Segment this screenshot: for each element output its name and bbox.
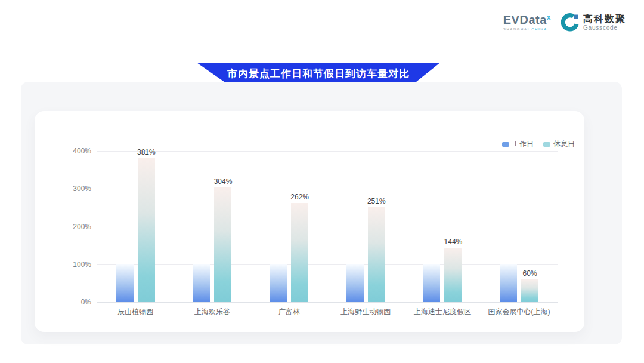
category-label: 辰山植物园 bbox=[117, 307, 153, 317]
category-label: 上海野生动物园 bbox=[340, 307, 391, 317]
value-label: 251% bbox=[367, 197, 386, 205]
value-label: 60% bbox=[523, 269, 537, 278]
gausscode-text: 高科数聚 Gausscode bbox=[583, 14, 626, 31]
header-logos: EVDatax SHANGHAI CHINA 高科数聚 Gausscode bbox=[503, 13, 626, 32]
bar-pair: 144% bbox=[423, 151, 462, 302]
category-label: 国家会展中心(上海) bbox=[488, 307, 550, 317]
y-axis-label: 300% bbox=[73, 184, 91, 193]
bar-pair: 381% bbox=[116, 151, 155, 302]
gridline bbox=[97, 302, 558, 303]
gausscode-cn: 高科数聚 bbox=[583, 14, 626, 24]
category-label: 上海迪士尼度假区 bbox=[414, 307, 471, 317]
evdata-subtext-china: CHINA bbox=[531, 27, 547, 31]
page-title: 市内景点工作日和节假日到访车量对比 bbox=[227, 67, 410, 81]
bar-chart: 400%300%200%100%0%381%辰山植物园304%上海欢乐谷262%… bbox=[97, 151, 558, 302]
bar-group: 251%上海野生动物园 bbox=[346, 151, 385, 302]
bar-工作日 bbox=[423, 264, 440, 302]
gausscode-icon bbox=[561, 13, 579, 32]
bar-工作日 bbox=[193, 264, 210, 302]
legend-item-休息日[interactable]: 休息日 bbox=[543, 139, 575, 149]
chart-card: 工作日休息日 400%300%200%100%0%381%辰山植物园304%上海… bbox=[35, 111, 584, 332]
bar-group: 304%上海欢乐谷 bbox=[193, 151, 231, 302]
value-label: 262% bbox=[290, 193, 309, 201]
chart-panel: 工作日休息日 400%300%200%100%0%381%辰山植物园304%上海… bbox=[21, 82, 622, 344]
evdata-subtext: SHANGHAI CHINA bbox=[503, 27, 547, 31]
category-label: 上海欢乐谷 bbox=[194, 307, 230, 317]
legend-label: 休息日 bbox=[553, 139, 575, 149]
evdata-wordmark: EVDatax bbox=[503, 14, 551, 26]
value-label: 144% bbox=[444, 238, 463, 246]
bar-工作日 bbox=[500, 264, 517, 302]
value-label: 304% bbox=[214, 177, 233, 186]
bar-休息日: 262% bbox=[291, 203, 308, 302]
bar-pair: 251% bbox=[346, 151, 385, 302]
bar-pair: 60% bbox=[500, 151, 538, 302]
y-axis-label: 0% bbox=[81, 298, 91, 306]
legend-marker bbox=[543, 142, 550, 147]
y-axis-label: 100% bbox=[73, 260, 91, 269]
y-axis-label: 400% bbox=[73, 147, 91, 155]
gausscode-logo: 高科数聚 Gausscode bbox=[561, 13, 626, 32]
evdata-logo: EVDatax SHANGHAI CHINA bbox=[503, 14, 551, 31]
bar-休息日: 60% bbox=[521, 279, 538, 302]
bar-工作日 bbox=[116, 264, 134, 302]
bar-groups: 381%辰山植物园304%上海欢乐谷262%广富林251%上海野生动物园144%… bbox=[97, 151, 558, 302]
bar-工作日 bbox=[346, 264, 364, 302]
bar-休息日: 144% bbox=[444, 248, 462, 302]
bar-group: 381%辰山植物园 bbox=[116, 151, 155, 302]
legend-label: 工作日 bbox=[512, 139, 534, 149]
value-label: 381% bbox=[137, 148, 156, 156]
evdata-subtext-shanghai: SHANGHAI bbox=[503, 27, 531, 31]
y-axis-label: 200% bbox=[73, 223, 91, 231]
category-label: 广富林 bbox=[278, 307, 300, 317]
bar-pair: 304% bbox=[193, 151, 231, 302]
legend-item-工作日[interactable]: 工作日 bbox=[502, 139, 534, 149]
bar-pair: 262% bbox=[270, 151, 308, 302]
bar-group: 262%广富林 bbox=[270, 151, 308, 302]
chart-legend: 工作日休息日 bbox=[502, 139, 575, 149]
page: EVDatax SHANGHAI CHINA 高科数聚 Gausscode 市内… bbox=[0, 0, 644, 363]
evdata-x-superscript: x bbox=[547, 13, 551, 21]
gausscode-en: Gausscode bbox=[583, 24, 626, 31]
bar-group: 144%上海迪士尼度假区 bbox=[423, 151, 462, 302]
bar-休息日: 251% bbox=[368, 207, 385, 302]
evdata-text: EVData bbox=[503, 13, 547, 26]
legend-marker bbox=[502, 142, 509, 147]
bar-休息日: 381% bbox=[138, 158, 155, 302]
bar-工作日 bbox=[270, 264, 287, 302]
bar-休息日: 304% bbox=[214, 187, 231, 302]
bar-group: 60%国家会展中心(上海) bbox=[500, 151, 538, 302]
